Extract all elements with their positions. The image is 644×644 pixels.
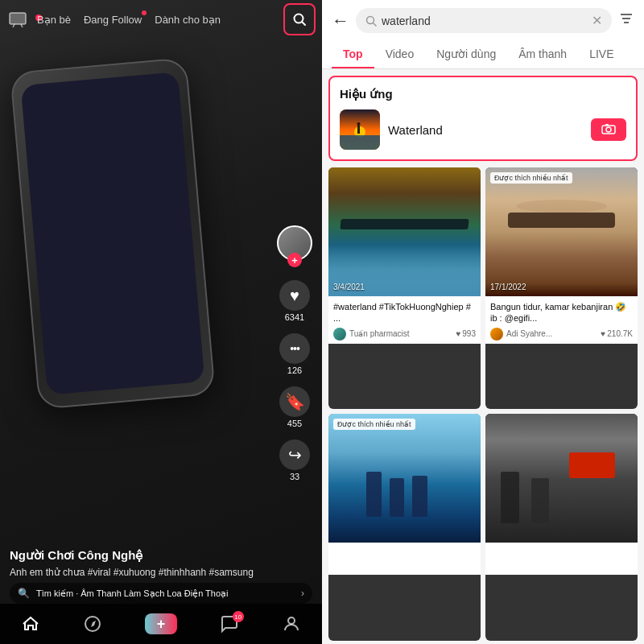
filter-icon	[618, 10, 634, 27]
video-bg-4	[485, 414, 638, 543]
profile-icon	[282, 614, 301, 634]
video-bg-3	[328, 414, 481, 543]
share-action[interactable]: ↪ 33	[279, 440, 310, 481]
share-icon: ↪	[279, 440, 310, 470]
search-bar-row: ← waterland ✕	[332, 8, 634, 41]
popular-badge-3: Được thích nhiều nhất	[333, 419, 415, 430]
video-thumb-4	[485, 414, 638, 543]
video-thumb-1: 3/4/2021	[328, 167, 481, 296]
sound-text: Tìm kiếm · Âm Thanh Làm Sạch Loa Điện Th…	[36, 588, 295, 599]
video-card-2[interactable]: 17/1/2022 Được thích nhiều nhất Bangun t…	[485, 167, 638, 409]
tab-live[interactable]: LIVE	[578, 41, 625, 68]
back-button[interactable]: ←	[332, 10, 349, 31]
search-header: ← waterland ✕ Top Video Người d	[322, 0, 644, 69]
compass-icon	[83, 614, 102, 634]
hieu-ung-section: Hiệu ứng	[328, 76, 638, 161]
channel-name-1: Tuấn pharmacist	[349, 329, 452, 338]
sound-bar[interactable]: 🔍 Tìm kiếm · Âm Thanh Làm Sạch Loa Điện …	[10, 583, 312, 604]
use-effect-button[interactable]	[591, 118, 626, 141]
svg-point-16	[357, 122, 361, 126]
video-date-2: 17/1/2022	[490, 283, 526, 291]
camera-icon	[601, 124, 616, 135]
tab-danh-cho-ban[interactable]: Dành cho bạn	[150, 10, 225, 29]
creator-name: Người Chơi Công Nghệ	[10, 548, 274, 563]
add-icon: +	[145, 613, 177, 634]
hieu-ung-item[interactable]: Waterland	[340, 109, 626, 150]
svg-rect-15	[357, 126, 360, 134]
video-card-3[interactable]: Được thích nhiều nhất	[328, 414, 481, 641]
video-caption-2: Bangun tidur, kamar kebanjiran 🤣 ib : @e…	[490, 301, 633, 324]
video-meta-2: Adi Syahre... ♥ 210.7K	[490, 328, 633, 341]
video-bg-2	[485, 167, 638, 296]
follow-tab-dot	[142, 10, 147, 15]
hieu-ung-thumbnail	[340, 109, 380, 150]
right-panel: ← waterland ✕ Top Video Người d	[322, 0, 644, 644]
left-panel: Bạn bè Đang Follow Dành cho bạn + ♥ 6341	[0, 0, 322, 644]
video-info-4	[485, 543, 638, 575]
tab-ban-be[interactable]: Bạn bè	[32, 10, 76, 29]
svg-line-8	[374, 23, 377, 26]
tab-nguoi-dung[interactable]: Người dùng	[425, 41, 507, 68]
tab-am-thanh[interactable]: Âm thanh	[507, 41, 578, 68]
svg-rect-19	[605, 124, 609, 126]
svg-point-18	[606, 127, 611, 132]
create-nav-item[interactable]: +	[145, 613, 177, 634]
comment-action[interactable]: ••• 126	[279, 333, 310, 375]
top-nav: Bạn bè Đang Follow Dành cho bạn	[0, 0, 322, 39]
search-input-container[interactable]: waterland ✕	[356, 8, 612, 33]
hieu-ung-name: Waterland	[388, 123, 583, 137]
phone-screen	[21, 72, 205, 395]
tab-dang-follow[interactable]: Đang Follow	[79, 10, 147, 29]
hieu-ung-title: Hiệu ứng	[340, 87, 626, 101]
video-thumb-3: Được thích nhiều nhất	[328, 414, 481, 543]
bookmark-action[interactable]: 🔖 455	[279, 386, 310, 428]
video-actions: + ♥ 6341 ••• 126 🔖 455 ↪ 33	[277, 225, 312, 481]
video-meta-1: Tuấn pharmacist ♥ 993	[333, 328, 476, 341]
tab-video[interactable]: Video	[374, 41, 426, 68]
video-caption-1: #waterland #TikTokHuongNghiep # ...	[333, 301, 476, 324]
video-description: Anh em thử chưa #viral #xuhuong #thinhha…	[10, 566, 274, 580]
inbox-nav-item[interactable]: 10	[220, 614, 239, 634]
inbox-notification-badge: 10	[233, 611, 244, 622]
svg-line-4	[303, 23, 306, 26]
bookmark-count: 455	[287, 419, 302, 428]
bottom-navigation: + 10	[0, 604, 322, 644]
waterland-thumb-svg	[340, 109, 380, 150]
search-icon	[292, 12, 307, 27]
video-grid: 3/4/2021 #waterland #TikTokHuongNghiep #…	[322, 164, 644, 644]
follow-plus-badge[interactable]: +	[287, 253, 302, 267]
share-count: 33	[290, 472, 299, 481]
video-info-3	[328, 543, 481, 575]
video-card-4[interactable]	[485, 414, 638, 641]
search-query-text: waterland	[382, 14, 587, 27]
video-date-1: 3/4/2021	[333, 283, 365, 291]
sound-search-icon: 🔍	[18, 588, 30, 599]
channel-avatar-1	[333, 328, 346, 341]
live-tv-icon	[6, 8, 29, 31]
profile-nav-item[interactable]	[282, 614, 301, 634]
svg-rect-0	[10, 13, 26, 24]
search-button[interactable]	[283, 3, 316, 35]
video-card-1[interactable]: 3/4/2021 #waterland #TikTokHuongNghiep #…	[328, 167, 481, 409]
like-action[interactable]: ♥ 6341	[279, 280, 310, 322]
channel-name-2: Adi Syahre...	[506, 329, 597, 338]
video-info-2: Bangun tidur, kamar kebanjiran 🤣 ib : @e…	[485, 296, 638, 344]
clear-search-button[interactable]: ✕	[592, 13, 602, 28]
video-bg-1	[328, 167, 481, 296]
search-tabs: Top Video Người dùng Âm thanh LIVE	[332, 41, 634, 68]
svg-point-6	[288, 617, 295, 624]
discover-nav-item[interactable]	[83, 614, 102, 634]
comment-count: 126	[287, 365, 302, 375]
sound-arrow-icon: ›	[301, 588, 304, 599]
home-nav-item[interactable]	[21, 614, 40, 634]
svg-rect-14	[340, 135, 380, 150]
heart-icon: ♥	[279, 280, 310, 311]
phone-prop	[10, 57, 216, 410]
tab-top[interactable]: Top	[332, 41, 374, 68]
filter-button[interactable]	[618, 10, 634, 31]
popular-badge-2: Được thích nhiều nhất	[490, 172, 572, 184]
like-count-2: ♥ 210.7K	[601, 329, 633, 338]
like-count-1: ♥ 993	[456, 329, 476, 338]
home-icon	[21, 614, 40, 634]
search-input-icon	[365, 15, 377, 27]
